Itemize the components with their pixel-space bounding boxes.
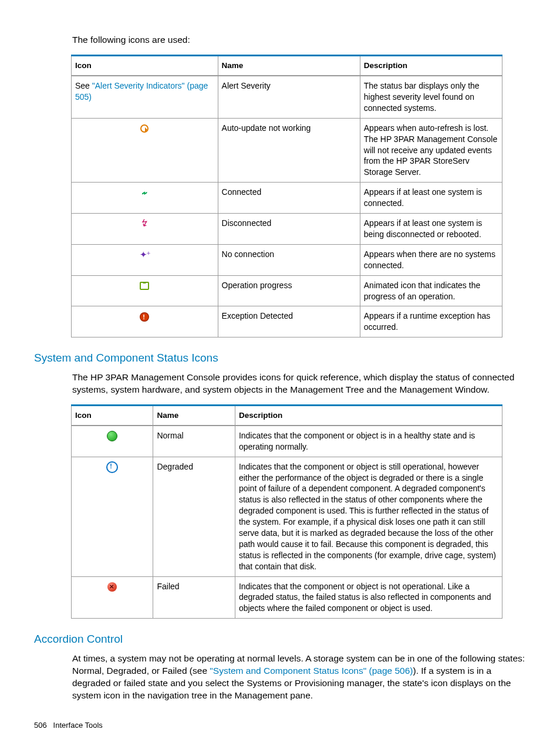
table-row: Disconnected Appears if at least one sys… xyxy=(72,214,502,245)
col-description: Description xyxy=(235,405,502,426)
table-row: Operation progress Animated icon that in… xyxy=(72,275,502,306)
icons-table-1: Icon Name Description See "Alert Severit… xyxy=(71,55,502,337)
cell-name: Alert Severity xyxy=(218,76,360,118)
table-row: Auto-update not working Appears when aut… xyxy=(72,118,502,182)
col-icon: Icon xyxy=(72,405,153,426)
table-row: Degraded Indicates that the component or… xyxy=(72,457,502,576)
heading-accordion-control: Accordion Control xyxy=(34,632,526,647)
failed-icon xyxy=(107,582,117,592)
connected-icon xyxy=(140,188,149,198)
cell-name: Degraded xyxy=(153,457,235,576)
cell-name: Operation progress xyxy=(218,275,360,306)
heading-system-component-status-icons: System and Component Status Icons xyxy=(34,350,526,366)
see-prefix: See xyxy=(75,81,92,90)
cell-desc: Appears if at least one system is connec… xyxy=(360,183,502,214)
cell-desc: The status bar displays only the highest… xyxy=(360,76,502,118)
section1-para: The HP 3PAR Management Console provides … xyxy=(72,372,526,396)
cell-desc: Appears if a runtime exception has occur… xyxy=(360,306,502,337)
col-name: Name xyxy=(218,55,360,76)
system-component-status-icons-link[interactable]: "System and Component Status Icons" (pag… xyxy=(210,666,413,676)
page-footer: 506 Interface Tools xyxy=(34,720,103,731)
cell-name: Exception Detected xyxy=(218,306,360,337)
degraded-icon xyxy=(106,461,118,473)
col-icon: Icon xyxy=(72,55,218,76)
exception-detected-icon xyxy=(140,312,149,322)
normal-icon xyxy=(107,431,117,441)
cell-name: Normal xyxy=(153,426,235,457)
operation-progress-icon xyxy=(140,282,149,290)
table-row: Normal Indicates that the component or o… xyxy=(72,426,502,457)
no-connection-icon xyxy=(140,250,149,259)
cell-desc: Indicates that the component or object i… xyxy=(235,457,502,576)
table-row: Failed Indicates that the component or o… xyxy=(72,576,502,619)
col-name: Name xyxy=(153,405,235,426)
alert-severity-link[interactable]: "Alert Severity Indicators" (page 505) xyxy=(75,81,208,102)
cell-desc: Animated icon that indicates the progres… xyxy=(360,275,502,306)
auto-update-icon xyxy=(140,124,149,133)
table-row: See "Alert Severity Indicators" (page 50… xyxy=(72,76,502,118)
cell-name: Disconnected xyxy=(218,214,360,245)
section2-para: At times, a system may not be operating … xyxy=(72,653,526,702)
footer-label: Interface Tools xyxy=(53,721,103,730)
intro-text: The following icons are used: xyxy=(72,34,526,46)
col-description: Description xyxy=(360,55,502,76)
table-row: Exception Detected Appears if a runtime … xyxy=(72,306,502,337)
cell-desc: Indicates that the component or object i… xyxy=(235,426,502,457)
cell-desc: Appears if at least one system is being … xyxy=(360,214,502,245)
icons-table-2: Icon Name Description Normal Indicates t… xyxy=(71,404,502,619)
cell-name: No connection xyxy=(218,244,360,275)
cell-name: Failed xyxy=(153,576,235,619)
page-number: 506 xyxy=(34,721,47,730)
cell-desc: Indicates that the component or object i… xyxy=(235,576,502,619)
cell-name: Connected xyxy=(218,183,360,214)
table-row: No connection Appears when there are no … xyxy=(72,244,502,275)
cell-desc: Appears when there are no systems connec… xyxy=(360,244,502,275)
table-row: Connected Appears if at least one system… xyxy=(72,183,502,214)
cell-name: Auto-update not working xyxy=(218,118,360,182)
disconnected-icon xyxy=(140,219,149,228)
cell-desc: Appears when auto-refresh is lost. The H… xyxy=(360,118,502,182)
